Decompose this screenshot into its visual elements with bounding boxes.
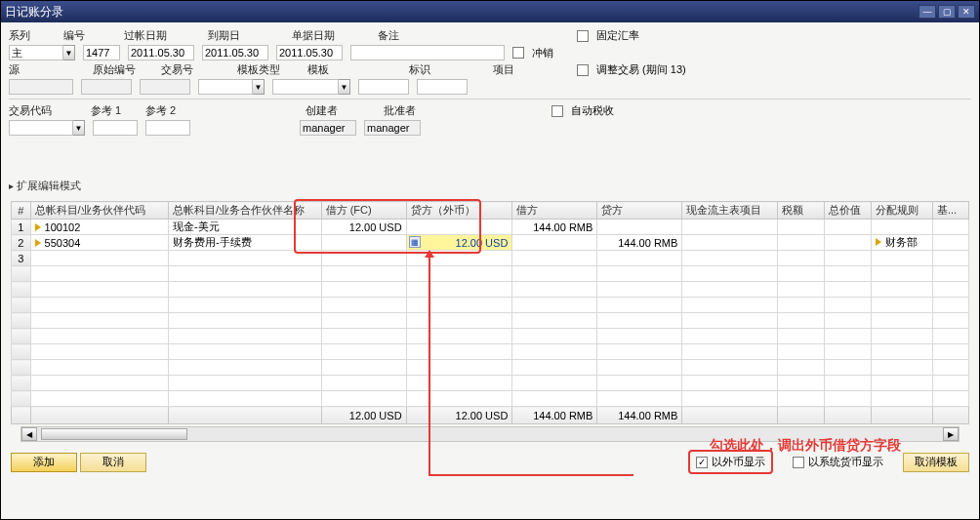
col-total[interactable]: 总价值 [825, 202, 872, 220]
autotax-checkbox[interactable] [551, 105, 563, 117]
tmpltype-field[interactable] [198, 79, 253, 95]
link-arrow-icon[interactable] [35, 239, 41, 247]
calc-icon[interactable]: ▦ [409, 236, 421, 248]
table-row [12, 298, 969, 313]
remarks-label: 备注 [378, 28, 425, 43]
annotation-text: 勾选此处，调出外币借贷方字段 [710, 437, 901, 455]
sys-display-checkbox[interactable] [793, 457, 804, 468]
annotation-arrow-horizontal [429, 474, 633, 476]
transcode-label: 交易代码 [9, 103, 56, 118]
window-title: 日记账分录 [5, 4, 63, 20]
reversal-checkbox[interactable] [512, 47, 524, 59]
ref1-label: 参考 1 [91, 103, 138, 118]
table-row [12, 266, 969, 282]
col-debitfc[interactable]: 借方 (FC) [321, 202, 406, 220]
grid-header-row: # 总帐科目/业务伙伴代码 总帐科目/业务合作伙伴名称 借方 (FC) 贷方（外… [12, 202, 969, 220]
col-credit[interactable]: 贷方 [597, 202, 682, 220]
template-dropdown-icon[interactable]: ▼ [339, 79, 350, 95]
table-row [12, 282, 969, 298]
transcode-field[interactable] [9, 120, 73, 136]
tmpltype-label: 模板类型 [237, 62, 284, 77]
close-button[interactable]: ✕ [958, 5, 975, 19]
origno-label: 原始编号 [93, 62, 140, 77]
scroll-thumb[interactable] [41, 428, 187, 440]
add-button[interactable]: 添加 [11, 453, 77, 472]
grid-wrap: # 总帐科目/业务伙伴代码 总帐科目/业务合作伙伴名称 借方 (FC) 贷方（外… [1, 195, 979, 442]
creator-label: 创建者 [306, 103, 352, 118]
creditfc-active-cell[interactable]: ▦12.00 USD [406, 235, 512, 251]
table-row [12, 360, 969, 376]
cancel-button[interactable]: 取消 [80, 453, 146, 472]
ref2-label: 参考 2 [145, 103, 192, 118]
origno-field [81, 79, 132, 95]
docdate-field[interactable]: 2011.05.30 [276, 45, 343, 60]
adjtrans-label: 调整交易 (期间 13) [596, 62, 686, 77]
fc-display-checkbox[interactable]: ✓ [696, 457, 708, 468]
template-field[interactable] [272, 79, 339, 95]
project-field[interactable] [417, 79, 468, 95]
postdate-field[interactable]: 2011.05.30 [128, 45, 194, 60]
table-row [12, 376, 969, 391]
indicator-field[interactable] [358, 79, 409, 95]
docdate-label: 单据日期 [292, 28, 339, 43]
maximize-button[interactable]: ▢ [938, 5, 956, 19]
fc-display-label: 以外币显示 [712, 455, 765, 469]
template-label: 模板 [307, 62, 354, 77]
scroll-left-icon[interactable]: ◀ [21, 427, 37, 441]
expand-edit-mode[interactable]: 扩展编辑模式 [1, 177, 979, 195]
series-dropdown-icon[interactable]: ▼ [63, 45, 75, 60]
link-arrow-icon[interactable] [35, 223, 41, 231]
cancel-template-button[interactable]: 取消模板 [903, 453, 969, 472]
ref2-field[interactable] [145, 120, 190, 136]
journal-entry-window: 日记账分录 — ▢ ✕ 系列 编号 过帐日期 到期日 单据日期 备注 固定汇率 … [0, 0, 980, 520]
scroll-right-icon[interactable]: ▶ [943, 427, 959, 441]
duedate-label: 到期日 [208, 28, 255, 43]
col-distrule[interactable]: 分配规则 [871, 202, 932, 220]
col-name[interactable]: 总帐科目/业务合作伙伴名称 [168, 202, 321, 220]
project-label: 项目 [493, 62, 540, 77]
series-field[interactable]: 主 [9, 45, 63, 60]
link-arrow-icon[interactable] [876, 238, 881, 246]
col-creditfc[interactable]: 贷方（外币） [406, 202, 512, 220]
indicator-label: 标识 [409, 62, 456, 77]
approver-field: manager [364, 120, 421, 136]
transno-label: 交易号 [161, 62, 208, 77]
window-buttons: — ▢ ✕ [919, 5, 975, 19]
source-field [9, 79, 73, 95]
source-label: 源 [9, 62, 30, 77]
total-debitfc: 12.00 USD [321, 407, 406, 424]
total-debit: 144.00 RMB [512, 407, 597, 424]
grid-body: 1 100102 现金-美元 12.00 USD 144.00 RMB 2 55… [12, 220, 969, 424]
ref1-field[interactable] [93, 120, 138, 136]
annotation-arrow-vertical [429, 256, 430, 474]
table-row: 1 100102 现金-美元 12.00 USD 144.00 RMB [12, 220, 969, 235]
col-rownum[interactable]: # [12, 202, 31, 220]
number-field[interactable]: 1477 [83, 45, 120, 60]
creator-field: manager [300, 120, 356, 136]
autotax-label: 自动税收 [571, 103, 614, 118]
approver-label: 批准者 [384, 103, 430, 118]
minimize-button[interactable]: — [919, 5, 936, 19]
sys-display-label: 以系统货币显示 [808, 455, 883, 469]
header-form: 系列 编号 过帐日期 到期日 单据日期 备注 固定汇率 主▼ 1477 2011… [1, 22, 979, 141]
col-base[interactable]: 基... [932, 202, 968, 220]
total-credit: 144.00 RMB [597, 407, 682, 424]
col-tax[interactable]: 税额 [778, 202, 825, 220]
transno-field [140, 79, 190, 95]
col-debit[interactable]: 借方 [512, 202, 597, 220]
transcode-dropdown-icon[interactable]: ▼ [73, 120, 85, 136]
postdate-label: 过帐日期 [124, 28, 171, 43]
adjtrans-checkbox[interactable] [577, 64, 589, 76]
duedate-field[interactable]: 2011.05.30 [202, 45, 268, 60]
fixedrate-checkbox[interactable] [577, 30, 589, 42]
series-label: 系列 [9, 28, 56, 43]
remarks-field[interactable] [350, 45, 505, 60]
col-cashflow[interactable]: 现金流主表项目 [682, 202, 778, 220]
number-label: 编号 [63, 28, 95, 43]
totals-row: 12.00 USD 12.00 USD 144.00 RMB 144.00 RM… [12, 407, 969, 424]
titlebar: 日记账分录 — ▢ ✕ [1, 1, 979, 22]
reversal-label: 冲销 [532, 46, 553, 60]
tmpltype-dropdown-icon[interactable]: ▼ [253, 79, 265, 95]
col-acct[interactable]: 总帐科目/业务伙伴代码 [30, 202, 168, 220]
total-creditfc: 12.00 USD [406, 407, 512, 424]
